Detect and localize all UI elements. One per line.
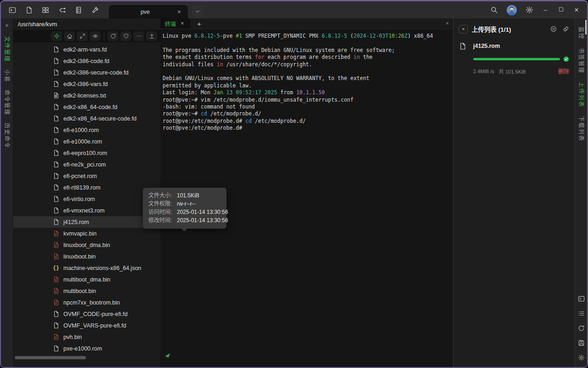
file-name: efi-e1000.rom [63, 127, 99, 133]
file-row[interactable]: edk2-x86_64-code.fd [13, 101, 160, 113]
file-row[interactable]: edk2-i386-vars.fd [13, 78, 160, 90]
sidebar-item-bookmarks[interactable]: 书签管理 [578, 48, 584, 74]
right-rail: 监控 书签管理 上传列表 下载列表 [575, 18, 587, 367]
clear-finished-icon[interactable] [563, 26, 569, 32]
terminal-line: permitted by applicable law. [163, 82, 451, 89]
upload-close-button[interactable]: × [459, 25, 468, 34]
terminal-tab-close-icon[interactable]: × [179, 20, 186, 27]
file-row[interactable]: edk2-i386-code.fd [13, 55, 160, 67]
list-icon[interactable] [578, 310, 585, 317]
tab-close-icon[interactable]: × [176, 9, 182, 15]
eye-icon[interactable] [90, 31, 101, 41]
file-row[interactable]: OVMF_VARS-pure-efi.fd [13, 320, 160, 331]
tooltip-value: 2025-01-14 13:30:56 [177, 216, 228, 224]
more-icon[interactable] [133, 31, 144, 41]
sidebar-item-command-manager[interactable]: 命令管理 [4, 90, 10, 115]
file-row[interactable]: efi-eepro100.rom [13, 147, 160, 159]
bin-file-icon [53, 334, 59, 340]
file-row[interactable]: efi-virtio.rom [13, 193, 160, 205]
doc-file-icon [53, 161, 59, 168]
file-name: efi-e1000e.rom [63, 138, 102, 145]
gear-icon[interactable] [578, 354, 585, 361]
json-file-icon: {} [53, 264, 59, 271]
upload-item: j4125.rom 2.4MiB /s 共 101.5KiB 删除 [453, 39, 575, 75]
close-button[interactable]: × [573, 6, 580, 14]
doc-file-icon [53, 218, 59, 225]
file-row[interactable]: edk2-i386-secure-code.fd [13, 67, 160, 78]
terminal-tab[interactable]: 终端 × [160, 18, 190, 29]
new-terminal-button[interactable]: + [197, 20, 201, 27]
file-name: multiboot_dma.bin [63, 276, 110, 283]
horizontal-scrollbar[interactable] [15, 356, 86, 359]
avatar[interactable] [506, 5, 517, 16]
file-name: multiboot.bin [63, 288, 96, 294]
server-list-icon[interactable] [74, 6, 82, 14]
doc-file-icon [53, 196, 59, 202]
doc-file-icon [53, 138, 59, 145]
sidebar-item-assistant[interactable]: 小易 [4, 69, 10, 82]
tab-list-button[interactable] [192, 6, 203, 17]
save-icon[interactable] [578, 339, 585, 346]
file-row[interactable]: multiboot.bin [13, 285, 160, 297]
minimize-button[interactable]: – [542, 6, 549, 13]
tooltip-label: 访问时间: [148, 208, 177, 216]
sidebar-item-download-list[interactable]: 下载列表 [578, 116, 584, 142]
doc-file-icon [53, 58, 59, 64]
file-name: npcm7xx_bootrom.bin [63, 299, 120, 306]
file-row[interactable]: linuxboot_dma.bin [13, 239, 160, 251]
panel-close-icon[interactable]: × [5, 22, 9, 29]
terminal-icon[interactable] [578, 295, 585, 302]
tooltip-label: 文件大小: [148, 191, 177, 200]
file-row[interactable]: efi-vmxnet3.rom [13, 205, 160, 216]
refresh-icon[interactable] [578, 325, 585, 332]
gear-icon[interactable] [526, 6, 533, 14]
file-row[interactable]: efi-e1000.rom [13, 124, 160, 136]
titlebar-left-icons [1, 1, 99, 18]
terminal-icon[interactable] [8, 6, 16, 14]
file-row[interactable]: multiboot_dma.bin [13, 274, 160, 285]
file-row[interactable]: efi-ne2k_pci.rom [13, 159, 160, 170]
file-row[interactable]: pxe-e1000.rom [13, 343, 160, 354]
rail-scrollbar[interactable] [585, 20, 587, 34]
terminal-tabbar: 终端 × + × [160, 18, 453, 29]
tools-icon[interactable] [91, 6, 99, 14]
file-row[interactable]: kvmvapic.bin [13, 228, 160, 239]
upload-size: 共 101.5KiB [499, 68, 526, 75]
refresh-icon[interactable] [107, 31, 119, 41]
terminal-output[interactable]: Linux pve 6.8.12-5-pve #1 SMP PREEMPT_DY… [160, 29, 453, 136]
file-row[interactable]: pvh.bin [13, 331, 160, 343]
locate-icon[interactable] [51, 31, 62, 41]
upload-icon[interactable] [146, 31, 157, 41]
new-file-icon[interactable] [25, 6, 33, 14]
file-row[interactable]: efi-pcnet.rom [13, 170, 160, 182]
sidebar-item-monitor[interactable]: 监控 [578, 27, 584, 40]
pause-all-icon[interactable] [550, 26, 557, 32]
search-icon[interactable] [490, 6, 498, 14]
delete-button[interactable]: 删除 [558, 67, 569, 75]
home-icon[interactable] [64, 31, 75, 41]
file-row[interactable]: edk2-licenses.txt [13, 90, 160, 101]
expand-icon[interactable] [77, 31, 88, 41]
file-name: kvmvapic.bin [63, 230, 96, 237]
terminal-panel-close-icon[interactable]: × [446, 20, 449, 27]
file-row[interactable]: OVMF_CODE-pure-efi.fd [13, 308, 160, 320]
layout-grid-icon[interactable] [41, 6, 49, 14]
file-row[interactable]: efi-e1000e.rom [13, 136, 160, 147]
maximize-button[interactable] [557, 6, 565, 13]
quick-send-icon[interactable] [164, 352, 171, 359]
sidebar-item-history[interactable]: 历史命令 [4, 123, 10, 149]
connections-icon[interactable] [58, 6, 66, 14]
terminal-line: root@pve:/etc/modprobe.d# [163, 125, 451, 132]
file-row[interactable]: j4125.rom [13, 216, 160, 228]
file-row[interactable]: efi-rtl8139.rom [13, 182, 160, 193]
file-row[interactable]: npcm7xx_bootrom.bin [13, 297, 160, 308]
file-row[interactable]: edk2-x86_64-secure-code.fd [13, 113, 160, 124]
heart-icon[interactable] [120, 31, 131, 41]
file-row[interactable]: {}machine-versions-x86_64.json [13, 262, 160, 274]
file-row[interactable]: edk2-arm-vars.fd [13, 44, 160, 55]
sidebar-item-upload-list[interactable]: 上传列表 [578, 82, 584, 108]
tab-pve[interactable]: pve × [109, 5, 188, 18]
path-bar[interactable]: /usr/share/kvm [13, 18, 160, 30]
sidebar-item-file-manager[interactable]: 文件管理 [4, 36, 10, 62]
file-row[interactable]: linuxboot.bin [13, 251, 160, 262]
